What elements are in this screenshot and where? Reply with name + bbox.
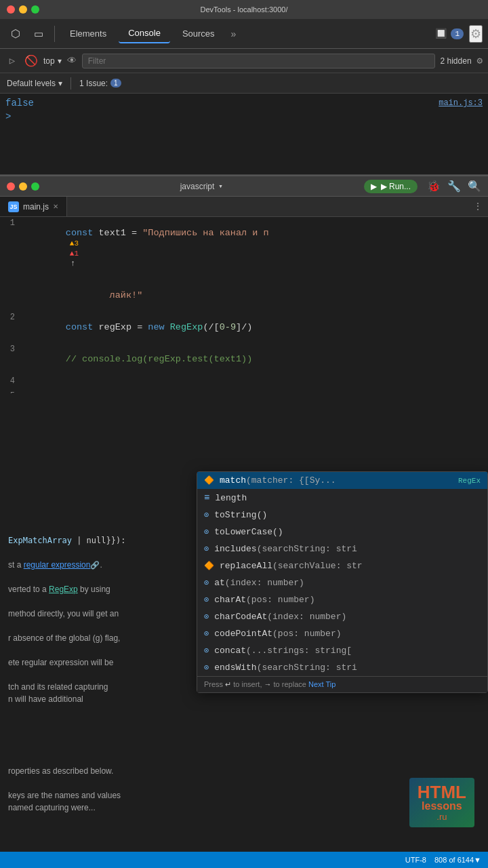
code-line-2: 2 const regExp = new RegExp(/[0-9]/) <box>0 311 488 343</box>
context-arrow: ▾ <box>58 56 62 66</box>
ac-at-text: at(index: number) <box>214 578 481 588</box>
clear-console-button[interactable]: 🚫 <box>24 54 38 68</box>
search-icon[interactable]: 🔍 <box>468 180 481 193</box>
watermark-ru: .ru <box>418 812 466 822</box>
snippet-close-button[interactable] <box>7 182 15 191</box>
doc-line-1: ExpMatchArray | null}}): <box>8 534 188 547</box>
js-file-icon: JS <box>8 201 19 212</box>
autocomplete-item-tolowercase[interactable]: ⊙ toLowerCase() <box>197 524 487 540</box>
ac-length-text: length <box>215 493 481 503</box>
file-tab-main-js[interactable]: JS main.js ✕ <box>0 197 67 216</box>
tab-console[interactable]: Console <box>119 24 170 43</box>
error-icon-1: ▲1 <box>70 250 79 258</box>
snippet-window: javascript ▾ ▶ ▶ Run... 🐞 🔧 🔍 JS main.js… <box>0 175 488 393</box>
bottom-doc: roperties as described below. keys are t… <box>8 765 191 814</box>
code-line-3: 3 // console.log(regExp.test(text1)) <box>0 343 488 375</box>
context-label: top <box>43 56 55 66</box>
close-button[interactable] <box>7 5 15 14</box>
watermark-html: HTML <box>418 783 466 801</box>
issue-count-badge: 1 <box>110 79 121 87</box>
ac-replaceall-text: replaceAll(searchValue: str <box>220 561 481 571</box>
tolowercase-icon: ⊙ <box>204 527 209 537</box>
ac-tostring-text: toString() <box>214 510 481 520</box>
doc-line-5: verted to a RegExp by using <box>8 583 188 595</box>
code-line-1b: лайк!" <box>0 279 488 311</box>
snippet-minimize-button[interactable] <box>19 182 27 191</box>
file-tab-close-button[interactable]: ✕ <box>53 203 58 210</box>
window-title: DevTools - localhost:3000/ <box>200 5 287 14</box>
levels-bar: Default levels ▾ 1 Issue: 1 <box>0 73 488 94</box>
file-tab-name: main.js <box>23 202 49 212</box>
status-bar: UTF-8 808 of 6144▼ <box>0 852 488 868</box>
doc-line-13: tch and its related capturing <box>8 681 188 693</box>
language-selector[interactable]: javascript <box>180 182 215 191</box>
autocomplete-footer: Press ↵ to insert, → to replace Next Tip <box>197 676 487 692</box>
more-tabs-icon[interactable]: ⋮ <box>468 201 488 212</box>
more-tabs-button[interactable]: » <box>227 26 241 42</box>
ac-includes-text: includes(searchString: stri <box>214 544 481 554</box>
replaceall-icon: 🔶 <box>204 561 214 571</box>
run-button[interactable]: ▶ ▶ Run... <box>364 180 418 193</box>
match-icon: 🔶 <box>204 475 214 486</box>
run-icon: ▶ <box>371 182 377 191</box>
code-line-1: 1 const text1 = "Подпишись на канал и п … <box>0 217 488 279</box>
eye-icon[interactable]: 👁 <box>67 56 77 66</box>
includes-icon: ⊙ <box>204 544 209 554</box>
doc-line-7: method directly, you will get an <box>8 608 188 620</box>
next-tip-button[interactable]: Next Tip <box>308 680 336 688</box>
window-controls <box>7 5 39 14</box>
at-icon: ⊙ <box>204 578 209 588</box>
inspect-element-button[interactable]: ⬡ <box>5 24 26 43</box>
doc-line-11: ete regular expression will be <box>8 656 188 669</box>
source-reference[interactable]: main.js:3 <box>439 98 483 108</box>
autocomplete-item-match[interactable]: 🔶 match(matcher: {[Sy... RegEx <box>197 472 487 489</box>
autocomplete-item-tostring[interactable]: ⊙ toString() <box>197 507 487 524</box>
doc-line-9: r absence of the global (g) flag, <box>8 632 188 644</box>
maximize-button[interactable] <box>31 5 39 14</box>
autocomplete-item-endswith[interactable]: ⊙ endsWith(searchString: stri <box>197 659 487 676</box>
autocomplete-item-codepointat[interactable]: ⊙ codePointAt(pos: number) <box>197 625 487 642</box>
false-value: false <box>5 98 34 108</box>
autocomplete-item-includes[interactable]: ⊙ includes(searchString: stri <box>197 540 487 557</box>
debug-icon[interactable]: 🐞 <box>427 180 441 193</box>
context-selector[interactable]: top ▾ <box>43 56 62 66</box>
autocomplete-item-concat[interactable]: ⊙ concat(...strings: string[ <box>197 642 487 659</box>
default-levels-selector[interactable]: Default levels ▾ <box>7 79 62 88</box>
doc-bottom-2: keys are the names and values <box>8 789 191 802</box>
watermark: HTML lessons .ru <box>409 778 474 827</box>
autocomplete-item-at[interactable]: ⊙ at(index: number) <box>197 574 487 591</box>
tab-elements[interactable]: Elements <box>60 24 116 43</box>
snippet-maximize-button[interactable] <box>31 182 39 191</box>
device-mode-button[interactable]: ▭ <box>28 25 49 43</box>
console-caret-line: > <box>5 110 483 123</box>
tab-sources[interactable]: Sources <box>173 24 224 43</box>
console-output: false main.js:3 > <box>0 94 488 175</box>
console-filter-input[interactable] <box>82 54 435 68</box>
autocomplete-item-charcodeat[interactable]: ⊙ charCodeAt(index: number) <box>197 608 487 625</box>
autocomplete-item-replaceall[interactable]: 🔶 replaceAll(searchValue: str <box>197 557 487 574</box>
console-settings-button[interactable]: ⚙ <box>477 55 483 66</box>
autocomplete-dropdown[interactable]: 🔶 match(matcher: {[Sy... RegEx ≡ length … <box>197 471 488 693</box>
execute-context-button[interactable]: ▷ <box>5 54 19 68</box>
ac-charcodeat-text: charCodeAt(index: number) <box>214 612 481 622</box>
warning-icon-1: ▲3 <box>70 239 79 248</box>
code-editor[interactable]: 1 const text1 = "Подпишись на канал и п … <box>0 217 488 393</box>
ac-codepointat-text: codePointAt(pos: number) <box>214 629 481 639</box>
charat-icon: ⊙ <box>204 595 209 605</box>
ac-endswith-text: endsWith(searchString: stri <box>214 663 481 673</box>
ac-tolowercase-text: toLowerCase() <box>214 527 481 537</box>
hidden-messages-label[interactable]: 2 hidden <box>441 56 472 66</box>
tools-icon[interactable]: 🔧 <box>447 180 461 193</box>
settings-button[interactable]: ⚙ <box>469 25 483 43</box>
autocomplete-item-charat[interactable]: ⊙ charAt(pos: number) <box>197 591 487 608</box>
ac-match-text: match(matcher: {[Sy... <box>220 475 453 486</box>
doc-bottom-1: roperties as described below. <box>8 765 191 777</box>
language-arrow: ▾ <box>218 182 223 191</box>
tostring-icon: ⊙ <box>204 510 209 520</box>
minimize-button[interactable] <box>19 5 27 14</box>
issues-label[interactable]: 1 Issue: 1 <box>79 79 121 88</box>
code-line-5: 5 const text2 = "70000 подписчиков до ко… <box>0 390 488 393</box>
position-label[interactable]: 808 of 6144▼ <box>434 856 481 864</box>
console-caret: > <box>5 111 11 122</box>
autocomplete-item-length[interactable]: ≡ length <box>197 489 487 507</box>
